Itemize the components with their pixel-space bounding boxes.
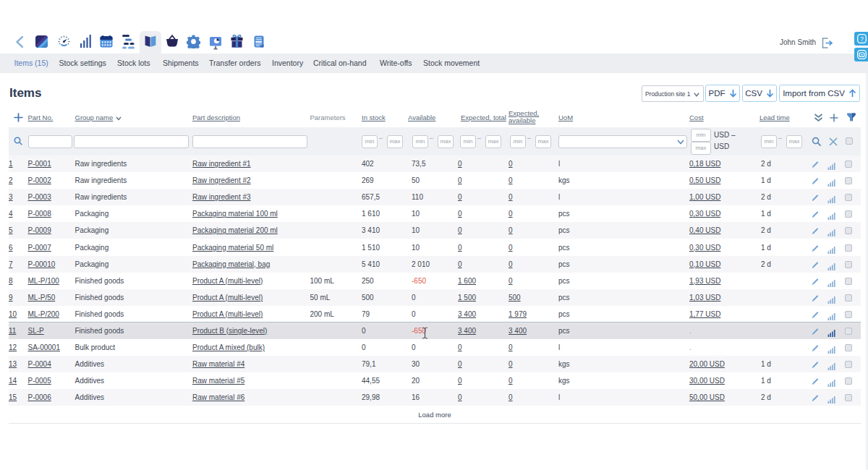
- svg-text:?: ?: [860, 35, 864, 43]
